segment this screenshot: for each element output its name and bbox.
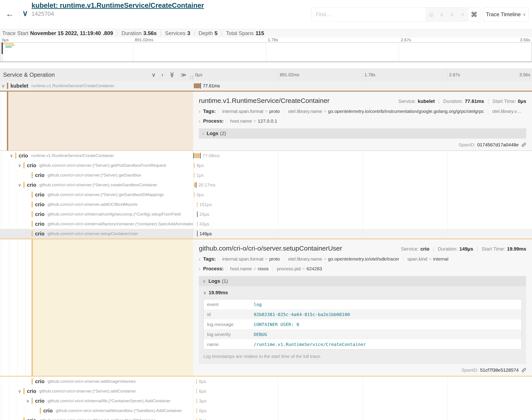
deep-link-icon[interactable] — [521, 368, 526, 373]
span-duration-label: 77.08ms — [203, 153, 220, 158]
minimap-canvas[interactable] — [0, 42, 532, 62]
spanid-label: SpanID: — [461, 367, 478, 373]
operation-name: runtime.v1.RuntimeService/CreateContaine… — [31, 83, 114, 88]
span-row[interactable]: ∨crioruntime.v1.RuntimeService/CreateCon… — [0, 151, 532, 161]
span-timeline-cell[interactable]: 24μs — [193, 209, 532, 219]
span-row[interactable]: criogithub.com/cri-o/cri-o/server.(*Serv… — [0, 190, 532, 200]
span-duration-bar[interactable] — [194, 173, 194, 178]
span-timeline-cell[interactable]: 3μs — [193, 396, 532, 406]
span-row[interactable]: criogithub.com/cri-o/cri-o/server.(*Serv… — [0, 170, 532, 180]
row-collapse-icon[interactable]: ∨ — [18, 163, 21, 168]
span-row[interactable]: criogithub.com/cri-o/cri-o/server.addIma… — [0, 376, 532, 386]
tags-header[interactable]: ›Tags:internal.span.format=protootel.lib… — [199, 108, 526, 114]
tree-guide — [9, 229, 9, 239]
process-header[interactable]: ›Process:host.name=127.0.0.1 — [199, 118, 526, 124]
trace-title-link[interactable]: kubelet: runtime.v1.RuntimeService/Creat… — [31, 1, 204, 10]
span-row[interactable]: criogithub.com/cri-o/cri-o/server.(*Serv… — [0, 416, 532, 420]
span-timeline-cell[interactable]: 77.08ms — [193, 151, 532, 161]
tree-guide — [9, 406, 9, 416]
span-timeline-cell[interactable]: 1μs — [193, 170, 532, 180]
span-row[interactable]: criogithub.com/cri-o/cri-o/internal/fact… — [0, 219, 532, 229]
span-timeline-cell[interactable]: 0μs — [193, 416, 532, 420]
expand-all-icon[interactable]: ≫ — [181, 72, 187, 78]
find-input[interactable] — [312, 8, 426, 21]
span-detail-panel: runtime.v1.RuntimeService/CreateContaine… — [0, 91, 532, 151]
span-duration-bar[interactable] — [196, 379, 197, 384]
tree-guide — [1, 200, 1, 209]
span-timeline-cell[interactable]: 0μs — [193, 406, 532, 416]
span-duration-bar[interactable] — [194, 153, 200, 158]
tree-guide — [31, 239, 33, 376]
back-button[interactable]: ← — [3, 7, 16, 21]
locate-span-icon[interactable]: ◎ — [427, 11, 436, 18]
row-collapse-icon[interactable]: ∨ — [1, 83, 5, 89]
span-row[interactable]: ∨kubeletruntime.v1.RuntimeService/Create… — [0, 81, 532, 91]
logs-header[interactable]: ∨Logs(1) — [199, 276, 526, 286]
services-label: Services — [165, 30, 186, 36]
span-duration-bar[interactable] — [196, 418, 197, 420]
span-timeline-cell[interactable]: 149μs — [193, 229, 532, 239]
span-row[interactable]: ∨criogithub.com/cri-o/cri-o/internal/lib… — [0, 396, 532, 406]
find-next-icon[interactable]: ∨ — [448, 11, 457, 18]
minimap-span — [5, 46, 12, 47]
span-row[interactable]: criogithub.com/cri-o/cri-o/server.setupC… — [0, 229, 532, 239]
trace-header-collapse-icon[interactable]: ∨ — [22, 9, 28, 17]
span-row[interactable]: criogithub.com/cri-o/cri-o/internal/lib/… — [0, 406, 532, 416]
span-duration-bar[interactable] — [196, 399, 197, 403]
span-row[interactable]: criogithub.com/cri-o/cri-o/internal/conf… — [0, 209, 532, 219]
span-timeline-cell[interactable]: 151μs — [193, 200, 532, 209]
span-duration-bar[interactable] — [196, 389, 197, 394]
log-entry-header[interactable]: ∨19.99ms — [203, 290, 522, 296]
span-color-bar — [31, 398, 33, 404]
deep-link-icon[interactable] — [521, 142, 526, 147]
tree-guide — [9, 416, 9, 420]
span-row[interactable]: ∨criogithub.com/cri-o/cri-o/server.(*Ser… — [0, 386, 532, 396]
span-timeline-cell[interactable]: 77.61ms — [193, 81, 532, 91]
logs-header[interactable]: ›Logs(2) — [199, 128, 526, 139]
span-row[interactable]: ∨criogithub.com/cri-o/cri-o/server.(*Ser… — [0, 180, 532, 190]
span-timeline-cell[interactable]: 0μs — [193, 376, 532, 386]
span-row[interactable]: ∨criogithub.com/cri-o/cri-o/server.(*Ser… — [0, 161, 532, 170]
span-name-cell: criogithub.com/cri-o/cri-o/server.setupC… — [0, 229, 193, 239]
span-duration-bar[interactable] — [194, 163, 195, 168]
span-timeline-cell[interactable]: 6μs — [193, 386, 532, 396]
find-clear-icon[interactable]: × — [458, 11, 467, 18]
operation-name: github.com/cri-o/cri-o/internal/factory/… — [47, 222, 193, 226]
span-timeline-cell[interactable]: 20.17ms — [193, 180, 532, 190]
span-duration-label: 1μs — [196, 173, 204, 178]
tree-guide — [1, 91, 1, 150]
span-timeline-cell[interactable]: 0μs — [193, 190, 532, 200]
minimap-scrubber-handle[interactable] — [1, 43, 3, 54]
row-collapse-icon[interactable]: ∨ — [10, 153, 13, 158]
expand-one-icon[interactable]: › — [161, 72, 163, 78]
spanid-row: SpanID:51cf7f38e5128574 — [199, 367, 526, 373]
process-header[interactable]: ›Process:host.name=nixosprocess.pid=6242… — [199, 266, 526, 272]
logs-label: Logs — [207, 131, 219, 136]
span-timeline-cell[interactable]: 43μs — [193, 219, 532, 229]
span-name-wrap: criogithub.com/cri-o/cri-o/server.(*Serv… — [27, 161, 166, 170]
span-timeline-cell[interactable]: 8μs — [193, 161, 532, 170]
span-duration-bar[interactable] — [197, 202, 198, 207]
span-duration-bar[interactable] — [194, 83, 200, 88]
collapse-one-icon[interactable]: ∨ — [152, 72, 156, 78]
keyboard-shortcuts-button[interactable]: ⌘ — [468, 7, 480, 21]
span-duration-bar[interactable] — [194, 182, 196, 187]
span-duration-bar[interactable] — [194, 192, 195, 197]
span-duration-bar[interactable] — [196, 408, 197, 413]
find-prev-icon[interactable]: ∧ — [438, 11, 446, 18]
spanid-label: SpanID: — [458, 142, 475, 148]
span-color-bar — [31, 231, 33, 237]
time-tick: 2.67s — [401, 37, 411, 42]
collapse-all-icon[interactable]: ≫ — [169, 72, 175, 78]
view-select-button[interactable]: Trace Timeline ∨ — [483, 7, 529, 21]
column-resizer[interactable] — [190, 76, 193, 79]
tags-header[interactable]: ›Tags:internal.span.format=protootel.lib… — [199, 256, 526, 262]
equals-sign: = — [265, 109, 268, 114]
row-collapse-icon[interactable]: ∨ — [26, 398, 30, 404]
logs-body: ∨19.99mseventlogid92b82381-025c-4a64-815… — [199, 286, 526, 364]
span-duration-bar[interactable] — [197, 222, 198, 226]
row-collapse-icon[interactable]: ∨ — [18, 182, 21, 188]
row-collapse-icon[interactable]: ∨ — [18, 389, 21, 394]
span-row[interactable]: criogithub.com/cri-o/cri-o/server.addOCI… — [0, 200, 532, 209]
span-duration-label: 151μs — [200, 202, 212, 207]
